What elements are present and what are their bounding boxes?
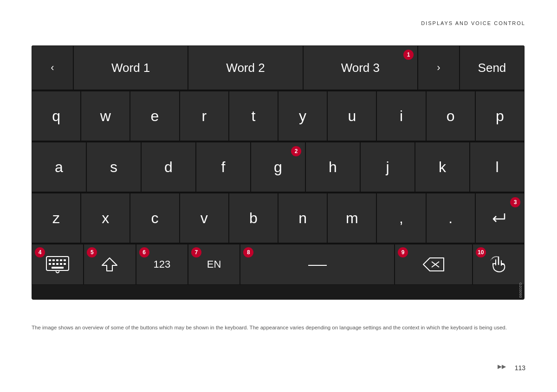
- word3-badge: 1: [403, 50, 414, 60]
- delete-icon: [422, 257, 445, 272]
- svg-rect-11: [52, 267, 64, 269]
- key-g[interactable]: g 2: [251, 142, 305, 192]
- svg-rect-8: [56, 263, 58, 265]
- badge-4: 4: [35, 247, 45, 257]
- svg-rect-2: [52, 259, 55, 261]
- svg-rect-10: [64, 263, 66, 265]
- spacebar-button[interactable]: 8: [240, 244, 395, 285]
- chevron-right-icon: ›: [437, 62, 440, 74]
- chevron-left-icon: ‹: [51, 62, 54, 74]
- key-n[interactable]: n: [278, 193, 327, 243]
- shift-button[interactable]: 5: [84, 244, 136, 285]
- language-button[interactable]: 7 EN: [188, 244, 240, 285]
- keyboard-icon: [45, 256, 70, 273]
- badge-7: 7: [191, 247, 201, 257]
- nav-arrows[interactable]: ▶▶: [498, 363, 506, 370]
- suggestion-row: ‹ Word 1 Word 2 Word 3 1 › Send: [32, 45, 525, 90]
- key-row-2: a s d f g 2 h j k l: [32, 142, 525, 192]
- send-button[interactable]: Send: [460, 45, 525, 90]
- key-b[interactable]: b: [229, 193, 278, 243]
- shift-icon: [101, 256, 118, 273]
- next-suggestion-button[interactable]: ›: [418, 45, 460, 90]
- page-header-title: DISPLAYS AND VOICE CONTROL: [421, 20, 525, 26]
- key-comma[interactable]: ,: [376, 193, 426, 243]
- gesture-button[interactable]: 10: [473, 244, 525, 285]
- send-label: Send: [478, 61, 506, 75]
- key-f[interactable]: f: [196, 142, 251, 192]
- word1-button[interactable]: Word 1: [73, 45, 188, 90]
- svg-rect-7: [52, 263, 55, 265]
- key-row-3: z x c v b n m , . 3: [32, 193, 525, 243]
- word2-label: Word 2: [226, 61, 265, 75]
- key-m[interactable]: m: [327, 193, 376, 243]
- key-c[interactable]: c: [130, 193, 179, 243]
- word3-label: Word 3: [341, 61, 380, 75]
- key-y[interactable]: y: [278, 91, 327, 141]
- key-p[interactable]: p: [475, 91, 525, 141]
- badge-9: 9: [398, 247, 408, 257]
- svg-rect-9: [60, 263, 62, 265]
- badge-10: 10: [476, 247, 486, 257]
- key-j[interactable]: j: [360, 142, 415, 192]
- key-d[interactable]: d: [141, 142, 196, 192]
- key-enter[interactable]: 3: [475, 193, 525, 243]
- badge-2: 2: [291, 146, 301, 156]
- space-bar-icon: [308, 265, 327, 266]
- badge-8: 8: [243, 247, 253, 257]
- gesture-icon: [489, 255, 508, 274]
- key-period[interactable]: .: [426, 193, 475, 243]
- caption-text: The image shows an overview of some of t…: [32, 323, 525, 332]
- key-w[interactable]: w: [81, 91, 130, 141]
- badge-3: 3: [510, 197, 520, 207]
- key-e[interactable]: e: [130, 91, 179, 141]
- key-z[interactable]: z: [32, 193, 81, 243]
- key-v[interactable]: v: [180, 193, 229, 243]
- key-r[interactable]: r: [180, 91, 229, 141]
- svg-rect-6: [49, 263, 51, 265]
- numbers-label: 123: [153, 258, 170, 270]
- svg-rect-3: [56, 259, 58, 261]
- key-l[interactable]: l: [470, 142, 525, 192]
- key-x[interactable]: x: [81, 193, 130, 243]
- key-row-1: q w e r t y u i o p: [32, 91, 525, 141]
- delete-button[interactable]: 9: [395, 244, 472, 285]
- key-o[interactable]: o: [426, 91, 475, 141]
- word1-label: Word 1: [111, 61, 150, 75]
- language-label: EN: [207, 258, 221, 270]
- key-q[interactable]: q: [32, 91, 81, 141]
- keyboard-toggle-button[interactable]: 4: [32, 244, 84, 285]
- key-s[interactable]: s: [86, 142, 141, 192]
- prev-suggestion-button[interactable]: ‹: [32, 45, 73, 90]
- page-number: 113: [515, 364, 525, 372]
- svg-rect-1: [49, 259, 51, 261]
- key-h[interactable]: h: [305, 142, 360, 192]
- keyboard-display: ‹ Word 1 Word 2 Word 3 1 › Send q w e r …: [32, 45, 525, 300]
- svg-rect-4: [60, 259, 62, 261]
- svg-rect-5: [64, 259, 66, 261]
- key-i[interactable]: i: [376, 91, 426, 141]
- key-k[interactable]: k: [415, 142, 470, 192]
- bottom-row: 4 5: [32, 244, 525, 285]
- badge-6: 6: [139, 247, 149, 257]
- key-t[interactable]: t: [229, 91, 278, 141]
- badge-5: 5: [87, 247, 97, 257]
- key-u[interactable]: u: [327, 91, 376, 141]
- word3-button[interactable]: Word 3 1: [303, 45, 418, 90]
- word2-button[interactable]: Word 2: [188, 45, 303, 90]
- image-reference: G203093: [518, 283, 523, 298]
- numbers-button[interactable]: 6 123: [136, 244, 188, 285]
- enter-icon: [492, 212, 508, 225]
- svg-marker-12: [102, 258, 117, 271]
- key-a[interactable]: a: [32, 142, 86, 192]
